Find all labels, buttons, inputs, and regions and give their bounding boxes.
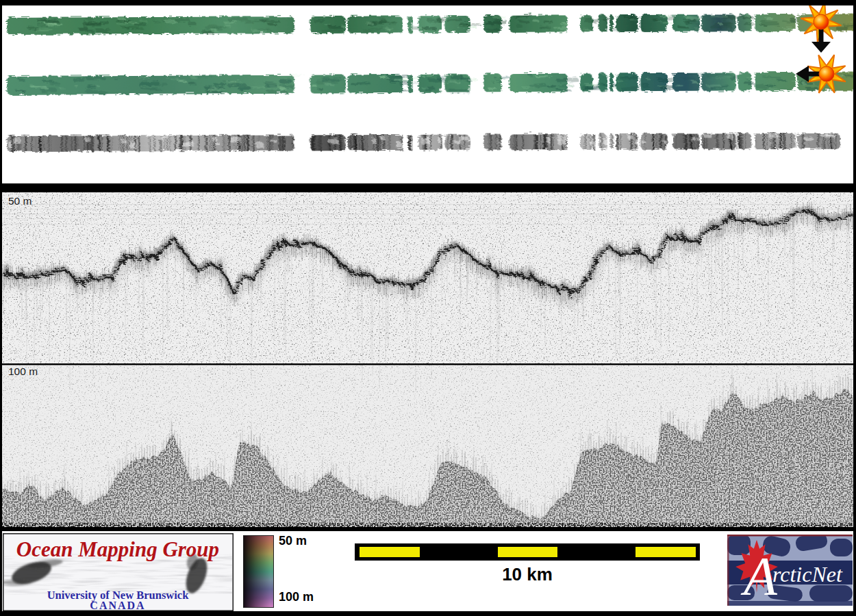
star-core (819, 66, 834, 81)
scale-bar-segment (355, 543, 424, 561)
arcticnet-logo: A rcticNet (727, 535, 853, 606)
scale-bar-segment (562, 543, 631, 561)
colorbar-top-label: 50 m (279, 534, 307, 548)
scale-bar-yellow-segment (498, 547, 558, 557)
scale-bar-segment (631, 543, 700, 561)
omg-country-line: CANADA (90, 600, 145, 611)
scale-bar-segment (493, 543, 562, 561)
figure-root: 50 m 100 m Oc (0, 0, 856, 616)
depth-colorbar (243, 535, 274, 608)
arcticnet-wordmark: rcticNet (772, 562, 843, 587)
scale-bar-segment (424, 543, 493, 561)
scale-bar (355, 543, 700, 561)
footer-bar: Ocean Mapping Group University of New Br… (2, 531, 853, 611)
swath-svg (2, 5, 853, 183)
window-divider (2, 363, 853, 365)
lower-depth-label: 100 m (8, 365, 38, 377)
colorbar-bottom-label: 100 m (279, 590, 314, 604)
scale-bar-yellow-segment (635, 547, 696, 557)
scale-bar-label: 10 km (355, 564, 700, 585)
arcticnet-left-border (727, 535, 729, 606)
arcticnet-top-border (727, 535, 853, 537)
swath-coverage-panel (2, 5, 853, 183)
star-core (814, 14, 829, 29)
omg-logo: Ocean Mapping Group University of New Br… (3, 533, 234, 611)
scale-bar-yellow-segment (360, 547, 420, 557)
omg-title: Ocean Mapping Group (16, 537, 219, 561)
subbottom-profiles: 50 m 100 m (2, 192, 853, 527)
upper-depth-label: 50 m (8, 195, 32, 207)
swath-strips-layer (5, 12, 853, 151)
